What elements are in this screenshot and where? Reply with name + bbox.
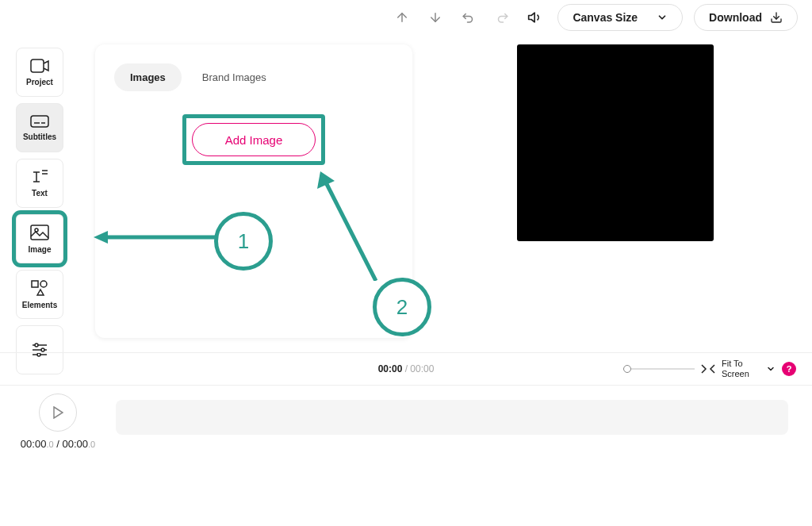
- sidebar-item-subtitles[interactable]: Subtitles: [16, 103, 63, 152]
- timeline-info-bar: 00:00 / 00:00 Fit To Screen ?: [0, 352, 812, 386]
- redo-icon[interactable]: [491, 6, 513, 29]
- sidebar-item-label: Image: [29, 245, 52, 254]
- download-label: Download: [709, 11, 762, 24]
- download-button[interactable]: Download: [694, 4, 798, 31]
- annotation-step-1: 1: [214, 212, 273, 271]
- sidebar: Project Subtitles Text Image Elements: [0, 48, 79, 374]
- chevron-down-icon: [657, 12, 668, 23]
- fit-icon: [701, 364, 715, 374]
- sidebar-item-image[interactable]: Image: [16, 214, 63, 263]
- play-total-frac: .0: [88, 440, 95, 449]
- move-up-icon[interactable]: [391, 6, 413, 29]
- annotation-arrow-2: [312, 170, 384, 281]
- panel-tabs: Images Brand Images: [114, 63, 393, 91]
- sidebar-item-label: Subtitles: [23, 132, 56, 141]
- sidebar-item-label: Text: [32, 189, 48, 198]
- move-down-icon[interactable]: [424, 6, 446, 29]
- sidebar-item-text[interactable]: Text: [16, 159, 63, 208]
- video-icon: [30, 59, 49, 73]
- play-button[interactable]: [39, 394, 77, 432]
- zoom-slider[interactable]: [623, 368, 695, 370]
- play-time: 00:00.0 / 00:00.0: [21, 438, 95, 450]
- sidebar-item-label: Project: [26, 78, 53, 86]
- help-button[interactable]: ?: [782, 362, 796, 376]
- sidebar-item-project[interactable]: Project: [16, 48, 63, 97]
- timeline-current: 00:00: [378, 363, 403, 374]
- play-current-frac: .0: [46, 440, 53, 449]
- elements-icon: [31, 280, 48, 296]
- svg-point-13: [41, 348, 44, 351]
- annotation-arrow-1: [94, 228, 217, 247]
- sidebar-item-label: Elements: [22, 301, 57, 309]
- chevron-down-icon[interactable]: [766, 364, 776, 374]
- canvas-size-label: Canvas Size: [573, 11, 638, 24]
- svg-marker-0: [529, 13, 535, 22]
- download-icon: [770, 11, 783, 24]
- svg-rect-3: [31, 116, 48, 127]
- sidebar-item-elements[interactable]: Elements: [16, 270, 63, 319]
- timeline-right-controls: Fit To Screen ?: [623, 359, 796, 379]
- play-sep: /: [54, 438, 63, 450]
- timeline-total: 00:00: [410, 363, 434, 374]
- top-bar: Canvas Size Download: [0, 0, 812, 35]
- svg-rect-8: [32, 281, 38, 287]
- svg-line-18: [327, 184, 376, 281]
- svg-marker-20: [54, 407, 63, 418]
- play-icon: [52, 406, 63, 419]
- image-icon: [30, 225, 49, 240]
- timeline-track[interactable]: [116, 400, 788, 435]
- text-icon: [31, 170, 48, 184]
- zoom-slider-thumb[interactable]: [623, 365, 631, 373]
- volume-icon[interactable]: [524, 6, 546, 29]
- play-total: 00:00: [62, 438, 88, 450]
- subtitles-icon: [30, 115, 49, 128]
- tab-brand-images[interactable]: Brand Images: [186, 63, 282, 91]
- canvas-preview[interactable]: [517, 44, 714, 241]
- timeline-sep: /: [402, 363, 410, 374]
- svg-rect-6: [31, 225, 48, 240]
- svg-marker-17: [94, 231, 108, 244]
- canvas-size-button[interactable]: Canvas Size: [557, 4, 683, 31]
- fit-to-screen-label[interactable]: Fit To Screen: [722, 359, 760, 379]
- add-image-highlight: Add Image: [182, 114, 325, 165]
- undo-icon[interactable]: [458, 6, 480, 29]
- annotation-step-2: 2: [373, 278, 431, 336]
- svg-rect-2: [31, 60, 44, 72]
- add-image-button[interactable]: Add Image: [192, 123, 316, 156]
- timeline-time: 00:00 / 00:00: [378, 363, 435, 374]
- play-controls: 00:00.0 / 00:00.0: [0, 386, 116, 457]
- svg-point-11: [35, 344, 38, 347]
- play-current: 00:00: [21, 438, 47, 450]
- tab-images[interactable]: Images: [114, 63, 182, 91]
- svg-point-9: [40, 281, 47, 287]
